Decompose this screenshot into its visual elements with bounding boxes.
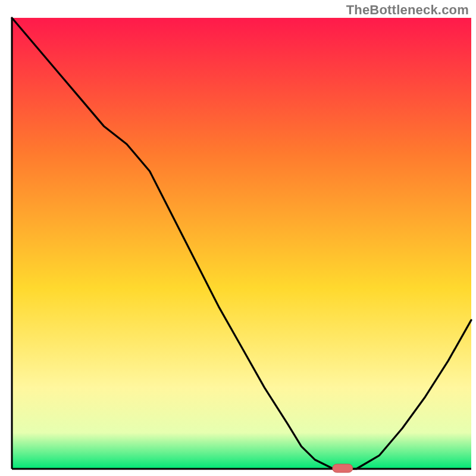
optimal-marker <box>333 464 353 472</box>
plot-background <box>12 18 471 469</box>
chart-stage: TheBottleneck.com <box>0 0 476 476</box>
bottleneck-chart <box>0 0 476 476</box>
